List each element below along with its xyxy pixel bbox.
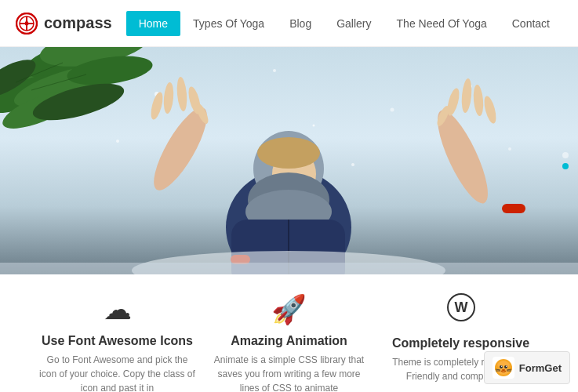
- nav-types-of-yoga[interactable]: Types Of Yoga: [180, 11, 277, 36]
- svg-point-60: [501, 366, 502, 367]
- svg-rect-50: [0, 263, 578, 274]
- feature-1-title: Use Font Awesome Icons: [42, 334, 193, 348]
- svg-point-59: [504, 365, 507, 368]
- svg-point-9: [391, 108, 394, 112]
- feature-3-title: Completely responsive: [392, 336, 529, 350]
- svg-point-62: [502, 369, 505, 371]
- svg-point-30: [257, 137, 320, 169]
- svg-point-11: [313, 125, 315, 127]
- nav-blog[interactable]: Blog: [277, 11, 324, 36]
- svg-point-8: [273, 69, 276, 72]
- wordpress-icon: W: [447, 293, 475, 328]
- logo-text: compass: [44, 14, 112, 32]
- nav-gallery[interactable]: Gallery: [324, 11, 384, 36]
- compass-icon: [16, 13, 38, 34]
- logo[interactable]: compass: [16, 13, 112, 34]
- formget-label: FormGet: [519, 362, 562, 374]
- svg-text:W: W: [454, 299, 467, 315]
- svg-point-61: [506, 366, 507, 367]
- site-header: compass Home Types Of Yoga Blog Gallery …: [0, 0, 578, 47]
- svg-point-10: [116, 140, 119, 143]
- formget-icon: [493, 357, 514, 379]
- svg-point-4: [25, 21, 29, 25]
- svg-point-15: [508, 147, 511, 151]
- feature-1: ☁ Use Font Awesome Icons Go to Font Awes…: [39, 293, 196, 392]
- rocket-icon: 🚀: [271, 293, 307, 326]
- svg-rect-36: [502, 204, 525, 213]
- feature-1-desc: Go to Font Awesome and pick the icon of …: [39, 353, 196, 392]
- svg-point-58: [500, 365, 503, 368]
- cloud-icon: ☁: [104, 293, 132, 326]
- feature-2: 🚀 Amazing Animation Animate is a simple …: [211, 293, 368, 392]
- formget-badge: FormGet: [484, 351, 570, 384]
- dot-2[interactable]: [562, 163, 569, 169]
- hero-image: [0, 47, 578, 274]
- nav-need-of-yoga[interactable]: The Need Of Yoga: [384, 11, 500, 36]
- nav-home[interactable]: Home: [126, 11, 180, 36]
- hero-section: [0, 47, 578, 274]
- feature-2-title: Amazing Animation: [231, 334, 347, 348]
- dot-1[interactable]: [562, 152, 569, 158]
- svg-point-13: [351, 163, 354, 166]
- carousel-dots: [562, 152, 569, 169]
- feature-2-desc: Animate is a simple CSS library that sav…: [211, 353, 368, 392]
- nav-contact[interactable]: Contact: [500, 11, 562, 36]
- main-nav: Home Types Of Yoga Blog Gallery The Need…: [126, 11, 562, 36]
